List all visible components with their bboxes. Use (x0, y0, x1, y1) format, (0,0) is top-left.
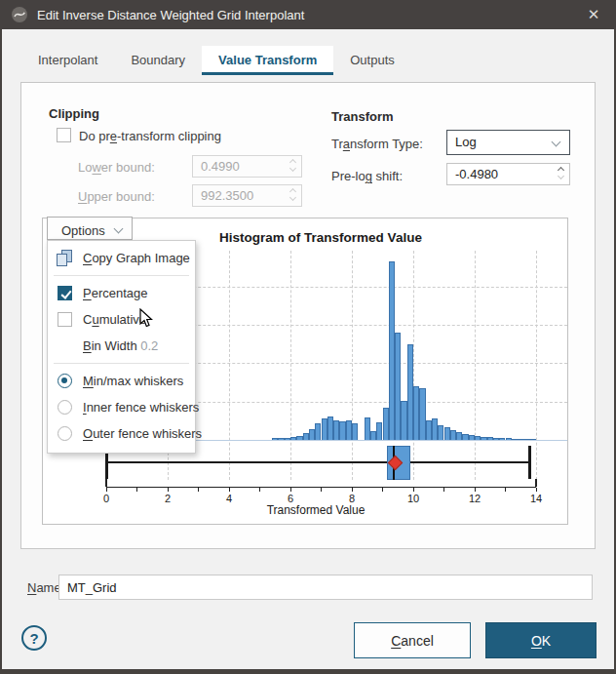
grid-line-vertical (536, 251, 537, 480)
menu-item-minmax-whiskers[interactable]: Min/max whiskers (48, 368, 195, 394)
minmax-whiskers-radio[interactable] (58, 374, 72, 388)
chevron-down-icon (114, 224, 124, 234)
menu-item-percentage[interactable]: Percentage (48, 280, 195, 306)
grid-line-vertical (290, 251, 291, 480)
x-axis-label: Transformed Value (96, 503, 536, 517)
grid-line-vertical (229, 251, 230, 480)
x-axis-tick (136, 488, 137, 492)
tab-outputs[interactable]: Outputs (333, 46, 411, 75)
cumulative-checkbox[interactable] (58, 312, 72, 327)
menu-separator (54, 363, 189, 364)
tab-content-panel: Clipping Do pre-transform clipping Lower… (20, 82, 596, 549)
cancel-button[interactable]: Cancel (354, 622, 471, 658)
boxplot-max-whisker-cap (528, 446, 531, 479)
menu-item-inner-fence-whiskers[interactable]: Inner fence whiskers (48, 394, 195, 420)
x-axis-tick (352, 488, 353, 492)
x-axis-end-tick (535, 479, 537, 487)
upper-bound-field[interactable]: 992.3500 (192, 184, 302, 207)
histogram-bar (530, 439, 536, 440)
histogram-bar (352, 423, 358, 440)
pre-log-shift-field[interactable]: -0.4980 (446, 163, 570, 185)
grid-line-vertical (413, 251, 414, 480)
x-axis-tick (382, 488, 383, 492)
title-bar: Edit Inverse Distance Weighted Grid Inte… (0, 0, 616, 29)
tab-bar: Interpolant Boundary Value Transform Out… (21, 46, 411, 75)
menu-item-bin-width[interactable]: Bin Width 0.2 (48, 333, 195, 359)
options-menu: Copy Graph Image Percentage Cumulative B… (47, 240, 196, 454)
transform-type-select[interactable]: Log (446, 130, 570, 155)
x-axis-tick (536, 488, 537, 492)
copy-graph-image-icon (57, 250, 73, 266)
x-axis-tick (321, 488, 322, 492)
tab-interpolant[interactable]: Interpolant (21, 46, 114, 75)
x-axis-tick (443, 488, 444, 492)
boxplot-whisker-line (106, 461, 530, 463)
chevron-down-icon (552, 138, 561, 147)
menu-separator (54, 275, 189, 276)
x-axis-tick (168, 488, 169, 492)
x-axis-tick (290, 488, 291, 492)
grid-line-vertical (352, 251, 353, 480)
percentage-checkbox[interactable] (58, 286, 72, 300)
x-axis-tick (198, 488, 199, 492)
pre-transform-clipping-label: Do pre-transform clipping (79, 129, 221, 143)
lower-bound-field[interactable]: 0.4990 (192, 155, 302, 178)
x-axis-tick (413, 488, 414, 492)
menu-item-copy-graph-image[interactable]: Copy Graph Image (48, 245, 195, 271)
x-axis-tick (505, 488, 506, 492)
name-input[interactable] (58, 575, 593, 600)
pre-transform-clipping-checkbox[interactable] (57, 128, 71, 142)
options-button[interactable]: Options (47, 217, 133, 240)
x-axis-tick (259, 488, 260, 492)
grid-line-vertical (475, 251, 476, 480)
lower-bound-label: Lower bound: (78, 160, 155, 175)
upper-bound-label: Upper bound: (78, 189, 155, 204)
transform-type-label: Transform Type: (331, 137, 423, 151)
window-title: Edit Inverse Distance Weighted Grid Inte… (37, 8, 304, 22)
menu-item-outer-fence-whiskers[interactable]: Outer fence whiskers (48, 420, 195, 447)
dialog-window: Edit Inverse Distance Weighted Grid Inte… (0, 0, 616, 674)
x-axis-tick (475, 488, 476, 492)
help-button[interactable]: ? (21, 625, 47, 651)
app-icon (11, 6, 28, 23)
x-axis-tick (229, 488, 230, 492)
x-axis-end-tick (105, 479, 107, 487)
outer-fence-whiskers-radio[interactable] (58, 426, 72, 441)
pre-log-shift-label: Pre-log shift: (331, 169, 403, 183)
ok-button[interactable]: OK (485, 622, 597, 658)
tab-value-transform[interactable]: Value Transform (202, 46, 333, 75)
close-icon[interactable]: ✕ (583, 4, 604, 25)
x-axis-tick (106, 488, 107, 492)
mouse-cursor (138, 308, 153, 329)
tab-boundary[interactable]: Boundary (114, 46, 202, 75)
inner-fence-whiskers-radio[interactable] (58, 400, 72, 415)
transform-heading: Transform (331, 109, 394, 124)
clipping-heading: Clipping (49, 106, 99, 121)
menu-item-cumulative[interactable]: Cumulative (48, 306, 195, 333)
